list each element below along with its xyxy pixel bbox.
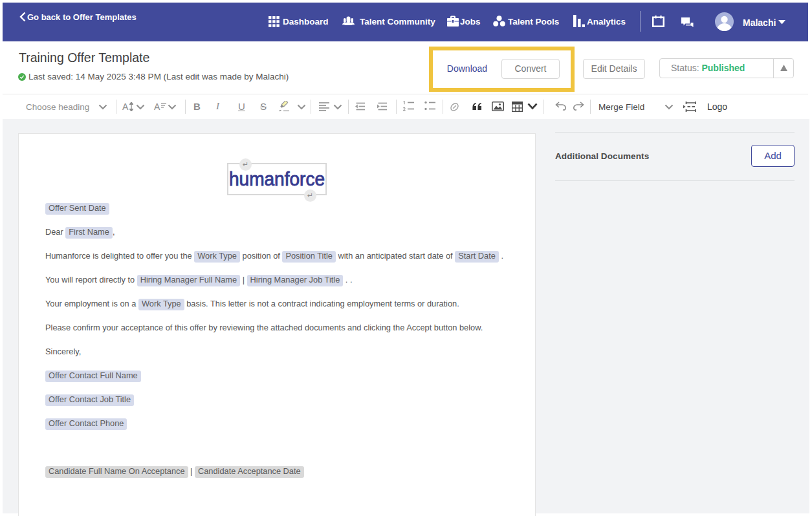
svg-text:humanforce: humanforce: [229, 168, 325, 189]
